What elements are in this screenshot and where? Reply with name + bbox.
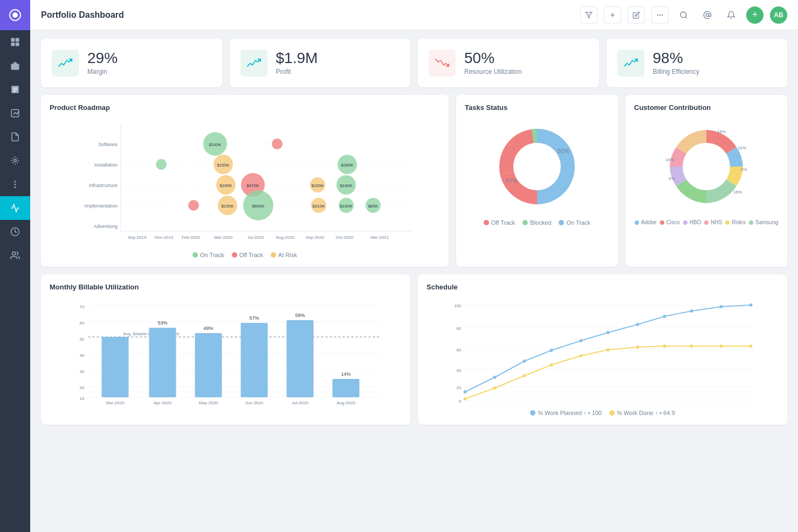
sidebar-item-dashboard[interactable] [0, 30, 30, 54]
svg-text:Oct-2020: Oct-2020 [336, 235, 354, 240]
notification-icon-button[interactable] [723, 6, 740, 24]
margin-value: 29% [87, 51, 118, 66]
resource-value: 50% [464, 51, 522, 66]
svg-rect-107 [287, 320, 314, 397]
at-risk-label: At Risk [278, 252, 297, 258]
svg-point-148 [690, 344, 693, 348]
tasks-off-track-legend: Off Track [484, 219, 515, 226]
svg-text:Apr-2020: Apr-2020 [154, 400, 171, 405]
svg-point-135 [636, 323, 639, 326]
customer-donut-container: 16% 16% 6% 16% 6% 16% [634, 118, 779, 215]
header-right: + AB [675, 6, 787, 24]
svg-text:$85K: $85K [368, 204, 379, 209]
svg-point-147 [663, 344, 666, 348]
resource-icon [429, 50, 456, 77]
sidebar-item-reports[interactable] [0, 101, 30, 125]
svg-point-1 [12, 12, 18, 18]
kpi-margin: 29% Margin [41, 39, 222, 87]
svg-text:16%: 16% [717, 129, 726, 134]
tasks-donut-container: 50% 47% [465, 118, 609, 215]
svg-text:16%: 16% [738, 146, 746, 150]
tasks-off-track-dot [484, 220, 489, 225]
search-icon-button[interactable] [675, 6, 692, 24]
svg-text:Mar-2020: Mar-2020 [214, 235, 233, 240]
billing-icon [617, 50, 644, 77]
svg-point-137 [690, 309, 693, 313]
sidebar-item-people[interactable] [0, 244, 30, 267]
add-circle-button[interactable]: + [746, 6, 763, 24]
svg-text:$180K: $180K [340, 183, 353, 188]
svg-text:60: 60 [457, 348, 462, 353]
svg-point-74 [513, 143, 561, 190]
legend-on-track: On Track [192, 252, 224, 258]
svg-point-141 [493, 386, 497, 390]
sidebar-item-analytics[interactable] [0, 196, 30, 220]
dashboard: 29% Margin $1.9M Profit [30, 30, 798, 532]
svg-text:100: 100 [454, 303, 462, 308]
profit-icon [240, 50, 267, 77]
profit-info: $1.9M Profit [276, 51, 318, 75]
work-planned-legend: % Work Planned ↑ • 100 [530, 410, 602, 416]
svg-point-130 [493, 376, 497, 379]
svg-text:$235K: $235K [221, 204, 234, 209]
svg-text:$800K: $800K [252, 204, 265, 209]
sidebar-item-tasks[interactable] [0, 78, 30, 101]
svg-text:29-2020: 29-2020 [518, 405, 532, 405]
off-track-label: Off Track [239, 252, 263, 258]
margin-icon [52, 50, 79, 77]
svg-text:6%: 6% [741, 167, 747, 172]
product-roadmap-chart: Software Installation Infrastructure Imp… [50, 118, 440, 247]
samsung-label: Samsung [755, 219, 778, 225]
billing-label: Billing Efficiency [653, 68, 699, 75]
bottom-row: Monthly Billable Utilization 70 60 50 40… [41, 274, 787, 425]
hbo-label: HBO [690, 219, 701, 225]
hbo-dot [683, 220, 687, 225]
schedule-card: Schedule 100 80 60 40 20 0 [418, 274, 787, 425]
svg-point-14 [15, 184, 16, 185]
svg-text:30-2020: 30-2020 [545, 405, 559, 405]
tasks-on-track-dot [559, 220, 564, 225]
schedule-title: Schedule [426, 283, 779, 291]
more-button[interactable] [651, 6, 669, 24]
svg-text:14%: 14% [341, 371, 350, 377]
rolex-dot [725, 220, 730, 225]
roadmap-legend: On Track Off Track At Risk [50, 252, 440, 258]
sidebar [0, 0, 30, 532]
svg-point-22 [659, 14, 661, 15]
sidebar-item-time[interactable] [0, 220, 30, 244]
product-roadmap-title: Product Roadmap [50, 103, 440, 112]
samsung-legend: Samsung [749, 219, 778, 225]
svg-text:Nov-2019: Nov-2019 [155, 235, 174, 240]
sidebar-item-portfolio[interactable] [0, 54, 30, 78]
tasks-legend: Off Track Blocked On Track [465, 219, 609, 226]
svg-text:33-2020: 33-2020 [631, 405, 645, 405]
resource-info: 50% Resource Utilization [464, 51, 522, 75]
svg-point-150 [749, 344, 753, 348]
nhs-legend: NHS [704, 219, 722, 225]
svg-point-13 [15, 181, 16, 182]
svg-point-21 [657, 14, 658, 15]
sidebar-item-documents[interactable] [0, 125, 30, 149]
customer-legend: Adobe Cisco HBO NHS [634, 219, 779, 225]
svg-text:32-2020: 32-2020 [601, 405, 615, 405]
monthly-billable-card: Monthly Billable Utilization 70 60 50 40… [41, 274, 410, 425]
user-avatar[interactable]: AB [770, 6, 787, 24]
svg-text:59%: 59% [295, 313, 305, 318]
svg-text:31-2020: 31-2020 [574, 405, 588, 405]
sidebar-item-tools[interactable] [0, 149, 30, 172]
mention-icon-button[interactable] [699, 6, 716, 24]
svg-point-139 [749, 303, 753, 307]
at-risk-dot [271, 252, 276, 258]
svg-point-12 [14, 160, 17, 162]
sidebar-item-more[interactable] [0, 172, 30, 196]
svg-text:Jun-2020: Jun-2020 [245, 400, 264, 405]
svg-rect-105 [241, 323, 268, 397]
sidebar-logo[interactable] [0, 0, 30, 30]
add-button[interactable] [604, 6, 621, 24]
svg-text:47%: 47% [506, 177, 518, 184]
svg-text:0: 0 [459, 399, 462, 404]
svg-text:Infrastructure: Infrastructure [89, 183, 118, 188]
edit-button[interactable] [628, 6, 645, 24]
filter-button[interactable] [580, 6, 597, 24]
monthly-billable-title: Monthly Billable Utilization [50, 283, 402, 291]
